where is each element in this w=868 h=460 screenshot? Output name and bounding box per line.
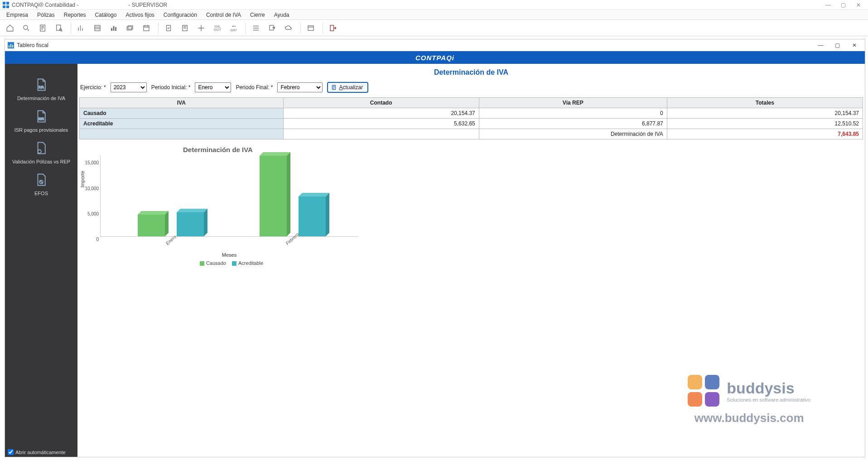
svg-rect-6 xyxy=(57,25,61,30)
window-icon[interactable] xyxy=(304,21,318,35)
svg-rect-0 xyxy=(3,2,5,5)
split-icon[interactable] xyxy=(194,21,208,35)
app-titlebar: CONTPAQi® Contabilidad - - SUPERVISOR — … xyxy=(0,0,868,10)
svg-point-4 xyxy=(24,25,28,29)
clipboard-check-icon[interactable] xyxy=(161,21,176,35)
list-icon[interactable] xyxy=(90,21,105,35)
menu-polizas[interactable]: Pólizas xyxy=(33,10,59,19)
svg-rect-3 xyxy=(6,5,9,8)
close-button[interactable]: ✕ xyxy=(852,0,865,10)
window-controls: — ▢ ✕ xyxy=(821,0,865,10)
app-icon xyxy=(3,2,9,8)
chart-bar-icon[interactable] xyxy=(74,21,88,35)
svg-rect-1 xyxy=(6,2,9,5)
svg-rect-11 xyxy=(115,27,116,30)
menu-cierre[interactable]: Cierre xyxy=(246,10,270,19)
svg-rect-8 xyxy=(95,25,100,31)
toolbar: XMLDIOT •••SAT xyxy=(0,20,868,36)
calendar-icon[interactable] xyxy=(139,21,154,35)
xml-diot-icon[interactable]: XMLDIOT xyxy=(210,21,225,35)
main-menu: Empresa Pólizas Reportes Catálogo Activo… xyxy=(0,10,868,20)
export-icon[interactable] xyxy=(265,21,280,35)
rows-icon[interactable] xyxy=(249,21,263,35)
svg-rect-10 xyxy=(113,26,115,31)
maximize-button[interactable]: ▢ xyxy=(837,0,850,10)
svg-rect-2 xyxy=(3,5,5,8)
menu-reportes[interactable]: Reportes xyxy=(59,10,91,19)
svg-rect-14 xyxy=(144,25,149,30)
search-pol-icon[interactable] xyxy=(19,21,34,35)
exit-icon[interactable] xyxy=(326,21,340,35)
menu-ayuda[interactable]: Ayuda xyxy=(270,10,294,19)
menu-iva[interactable]: Control de IVA xyxy=(202,10,246,19)
cloud-icon[interactable] xyxy=(281,21,296,35)
note-icon[interactable] xyxy=(178,21,192,35)
minimize-button[interactable]: — xyxy=(821,0,835,10)
app-user: - SUPERVISOR xyxy=(128,2,167,8)
menu-config[interactable]: Configuración xyxy=(159,10,202,19)
svg-rect-19 xyxy=(330,25,334,31)
doc-search-icon[interactable] xyxy=(52,21,66,35)
document-icon[interactable] xyxy=(35,21,50,35)
svg-rect-5 xyxy=(40,25,45,31)
svg-rect-9 xyxy=(111,28,112,31)
menu-activos[interactable]: Activos fijos xyxy=(121,10,159,19)
sat-icon[interactable]: •••SAT xyxy=(227,21,241,35)
home-icon[interactable] xyxy=(3,21,17,35)
menu-empresa[interactable]: Empresa xyxy=(2,10,33,19)
layers-icon[interactable] xyxy=(123,21,137,35)
svg-rect-18 xyxy=(308,25,313,30)
chart-column-icon[interactable] xyxy=(106,21,121,35)
menu-catalogo[interactable]: Catálogo xyxy=(90,10,121,19)
app-title: CONTPAQi® Contabilidad - xyxy=(12,2,78,8)
